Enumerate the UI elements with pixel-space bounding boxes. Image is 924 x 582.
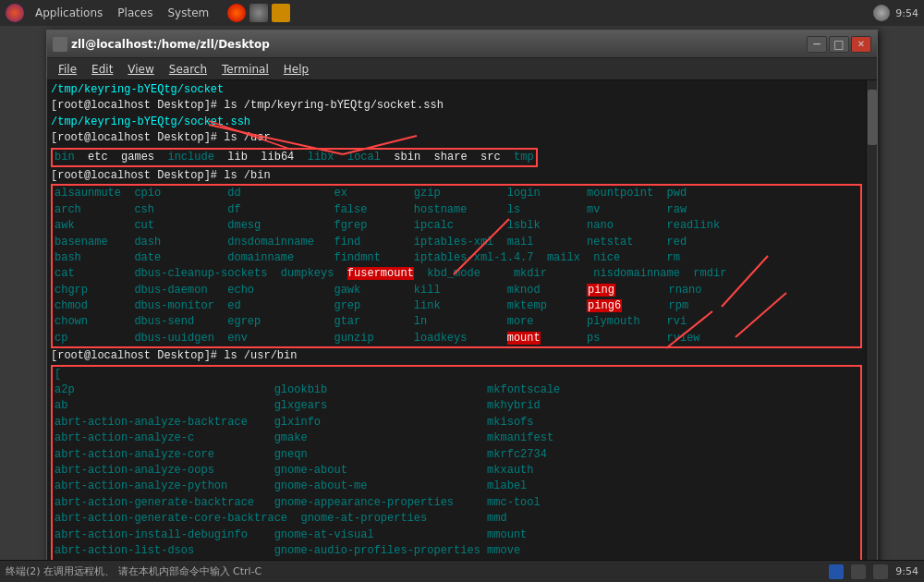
status-text: 终端(2) 在调用远程机、 请在本机内部命令中输入 Ctrl-C [6, 564, 261, 578]
menu-view[interactable]: View [120, 61, 161, 78]
line-cmd-usr: [root@localhost Desktop]# ls /usr [51, 131, 271, 144]
usr-listing-box: bin etc games include lib lib64 libx loc… [51, 148, 538, 167]
status-clock: 9:54 [895, 565, 918, 577]
usr-lib64: lib64 [261, 151, 294, 164]
menu-bar: File Edit View Search Terminal Help [47, 58, 877, 80]
usrbin-listing-box: [ a2p glookbib mkfontscale ab glxgears m… [51, 365, 862, 570]
menu-terminal[interactable]: Terminal [214, 61, 276, 78]
applications-menu[interactable]: Applications [31, 5, 106, 21]
line-socket-ssh: /tmp/keyring-bYEQtg/socket.ssh [51, 115, 250, 128]
close-button[interactable]: ✕ [851, 36, 871, 53]
usr-etc: etc [88, 151, 108, 164]
bin-listing-box: alsaunmute cpio dd ex gzip login mountpo… [51, 184, 862, 348]
volume-icon[interactable] [851, 564, 866, 579]
line-socket: /tmp/keyring-bYEQtg/socket [51, 83, 224, 96]
scrollbar-thumb[interactable] [868, 90, 877, 145]
ping-highlight: ping [587, 284, 615, 297]
menu-help[interactable]: Help [276, 61, 316, 78]
maximize-button[interactable]: □ [829, 36, 849, 53]
usr-libx: libx [308, 151, 334, 164]
line-cmd-usrbin: [root@localhost Desktop]# ls /usr/bin [51, 349, 297, 362]
mount-highlight: mount [507, 332, 541, 345]
status-right: 9:54 [829, 564, 918, 579]
scrollbar[interactable] [866, 80, 877, 570]
clock: 9:54 [895, 7, 918, 19]
minimize-button[interactable]: ─ [807, 36, 827, 53]
usr-src: src [480, 151, 501, 164]
terminal-body[interactable]: /tmp/keyring-bYEQtg/socket [root@localho… [47, 80, 877, 570]
system-bar-right: 9:54 [873, 5, 918, 21]
user-icon [873, 5, 890, 21]
usr-sbin: sbin [394, 151, 420, 164]
status-bar: 终端(2) 在调用远程机、 请在本机内部命令中输入 Ctrl-C 9:54 [0, 560, 924, 582]
usr-lib: lib [227, 151, 248, 164]
battery-icon[interactable] [873, 564, 888, 579]
terminal-icon [53, 37, 67, 52]
system-menu[interactable]: System [164, 5, 213, 21]
usr-bin: bin [55, 151, 75, 164]
network-icon[interactable] [829, 564, 844, 579]
firefox-icon[interactable] [227, 4, 246, 22]
app-icon-1[interactable] [249, 4, 268, 22]
app-icon-2[interactable] [272, 4, 290, 22]
usr-games: games [121, 151, 154, 164]
fusermount-highlight: fusermount [347, 267, 414, 280]
line-cmd-ssh: [root@localhost Desktop]# ls /tmp/keyrin… [51, 99, 444, 112]
title-bar-left: zll@localhost:/home/zll/Desktop [53, 37, 270, 52]
title-bar: zll@localhost:/home/zll/Desktop ─ □ ✕ [47, 30, 877, 58]
terminal-content[interactable]: /tmp/keyring-bYEQtg/socket [root@localho… [47, 80, 866, 570]
usr-local: local [347, 151, 381, 164]
usr-tmp: tmp [514, 151, 534, 164]
ubuntu-logo [6, 4, 24, 22]
ping6-highlight: ping6 [587, 299, 622, 312]
terminal-window: zll@localhost:/home/zll/Desktop ─ □ ✕ Fi… [46, 30, 878, 571]
line-cmd-bin: [root@localhost Desktop]# ls /bin [51, 169, 271, 182]
title-bar-title: zll@localhost:/home/zll/Desktop [71, 38, 270, 51]
menu-file[interactable]: File [51, 61, 84, 78]
usr-include: include [167, 151, 213, 164]
menu-edit[interactable]: Edit [84, 61, 120, 78]
places-menu[interactable]: Places [114, 5, 156, 21]
menu-search[interactable]: Search [162, 61, 214, 78]
system-bar: Applications Places System 9:54 [0, 0, 924, 26]
title-bar-controls: ─ □ ✕ [807, 36, 871, 53]
usr-share: share [434, 151, 468, 164]
